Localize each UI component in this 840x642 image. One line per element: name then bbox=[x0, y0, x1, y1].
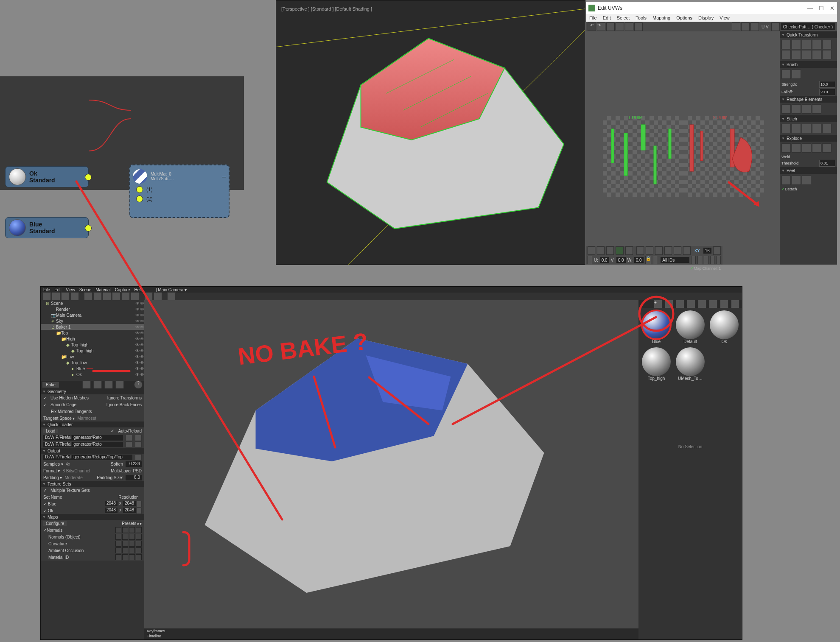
material-node-blue[interactable]: BlueStandard bbox=[5, 217, 89, 238]
menu-scene[interactable]: Scene bbox=[79, 288, 91, 292]
explode-icon[interactable] bbox=[822, 143, 832, 153]
map-ambient-occlusion[interactable]: Ambient Occlusion bbox=[41, 547, 144, 554]
toolbar-button[interactable] bbox=[634, 22, 643, 31]
toolbar-button[interactable] bbox=[154, 292, 162, 301]
reload-icon[interactable] bbox=[126, 441, 132, 448]
material-thumb-ok[interactable]: Ok bbox=[709, 310, 739, 344]
refresh-icon[interactable] bbox=[698, 300, 706, 308]
toolbar-button[interactable] bbox=[70, 292, 79, 301]
toolbar-button[interactable] bbox=[732, 22, 740, 31]
toolbar-button[interactable] bbox=[683, 246, 691, 255]
checker-dropdown[interactable]: CheckerPatt… ( Checker ) bbox=[781, 23, 835, 30]
toolbar-button[interactable] bbox=[121, 292, 130, 301]
presets-dropdown[interactable]: Presets ▸▾ bbox=[122, 521, 142, 526]
toolbar-button[interactable] bbox=[616, 22, 624, 31]
explode-icon[interactable] bbox=[781, 143, 791, 153]
toolbar-button[interactable] bbox=[713, 246, 721, 255]
toolbar-button[interactable] bbox=[716, 256, 721, 264]
samples-dropdown[interactable]: Samples ▾ bbox=[43, 462, 63, 466]
section-brush[interactable]: Brush bbox=[780, 61, 837, 68]
bake-button[interactable]: Bake bbox=[42, 382, 59, 388]
scene-item-top[interactable]: 📁Top👁👁 bbox=[41, 330, 144, 336]
toolbar-button[interactable] bbox=[93, 292, 102, 301]
scene-item-render[interactable]: Render👁👁 bbox=[41, 306, 144, 312]
subobj-vertex-icon[interactable] bbox=[588, 246, 595, 255]
marmoset-viewport[interactable]: Keyframes Timeline bbox=[144, 300, 638, 639]
redo-icon[interactable]: ↷ bbox=[597, 22, 605, 31]
toolbar-button[interactable] bbox=[625, 246, 633, 255]
strength-field[interactable] bbox=[819, 81, 835, 88]
menu-mapping[interactable]: Mapping bbox=[652, 15, 670, 20]
path-field[interactable]: D:/WIP/Firefall generator/Reto bbox=[43, 435, 123, 441]
path-field[interactable]: D:/WIP/Firefall generator/Reto bbox=[43, 442, 123, 447]
menu-edit[interactable]: Edit bbox=[54, 288, 62, 292]
threshold-field[interactable] bbox=[819, 160, 835, 167]
toolbar-button[interactable] bbox=[731, 300, 739, 308]
zoom-icon[interactable] bbox=[697, 256, 702, 264]
tangent-space-dropdown[interactable]: Tangent Space ▾ bbox=[43, 416, 75, 421]
menu-view[interactable]: View bbox=[720, 15, 730, 20]
align-icon[interactable] bbox=[812, 40, 821, 49]
section-maps[interactable]: Maps bbox=[41, 514, 144, 520]
align-icon[interactable] bbox=[781, 40, 791, 49]
menu-display[interactable]: Display bbox=[698, 15, 714, 20]
flip-icon[interactable] bbox=[802, 50, 811, 59]
close-button[interactable]: ✕ bbox=[830, 5, 834, 11]
toolbar-button[interactable] bbox=[709, 300, 717, 308]
map-normals[interactable]: ✓ Normals bbox=[41, 527, 144, 533]
freeform-mode-icon[interactable] bbox=[771, 22, 780, 31]
multimat-slot-1[interactable]: (1) bbox=[133, 185, 226, 194]
align-icon[interactable] bbox=[802, 40, 811, 49]
browse-icon[interactable] bbox=[135, 454, 142, 461]
scene-tree[interactable]: ⊟Scene👁👁 Render👁👁📷Main Camera👁👁☀Sky👁👁🗋Ba… bbox=[41, 300, 144, 377]
window-titlebar[interactable]: Edit UVWs — ☐ ✕ bbox=[586, 2, 837, 14]
toolbar-button[interactable] bbox=[115, 380, 124, 389]
scene-item-scene[interactable]: ⊟Scene👁👁 bbox=[41, 300, 144, 306]
toolbar-button[interactable] bbox=[674, 246, 681, 255]
menu-file[interactable]: File bbox=[43, 288, 50, 292]
material-thumb-umesh_to-[interactable]: UMesh_To… bbox=[675, 347, 706, 381]
padding-size-field[interactable]: 8.0 bbox=[126, 475, 142, 480]
section-quick-loader[interactable]: Quick Loader bbox=[41, 421, 144, 427]
node-output-port[interactable] bbox=[85, 225, 92, 232]
section-explode[interactable]: Explode bbox=[780, 135, 837, 142]
peel-icon[interactable] bbox=[781, 176, 791, 185]
scene-item-top_high[interactable]: ◆Top_high👁👁 bbox=[41, 342, 144, 348]
explode-icon[interactable] bbox=[792, 143, 801, 153]
reshape-icon[interactable] bbox=[792, 104, 801, 114]
toolbar-button[interactable] bbox=[82, 380, 91, 389]
3dsmax-viewport[interactable]: [Perspective ] [Standard ] [Default Shad… bbox=[276, 0, 585, 265]
scene-item-high[interactable]: 📁High👁👁 bbox=[41, 336, 144, 342]
reload-icon[interactable] bbox=[126, 435, 132, 441]
toolbar-button[interactable] bbox=[84, 292, 92, 301]
menu-options[interactable]: Options bbox=[676, 15, 692, 20]
ignore-transforms-checkbox[interactable]: Ignore Transforms bbox=[107, 396, 142, 400]
zoom-extents-icon[interactable] bbox=[691, 256, 696, 264]
rotate-icon[interactable] bbox=[792, 50, 801, 59]
toolbar-button[interactable] bbox=[653, 256, 658, 264]
scene-item-top_high[interactable]: ◆Top_high👁👁 bbox=[41, 348, 144, 354]
scene-item-low[interactable]: 📁Low👁👁 bbox=[41, 354, 144, 360]
u-field[interactable]: 0.0 bbox=[600, 257, 609, 263]
pick-icon[interactable] bbox=[588, 256, 592, 264]
align-icon[interactable] bbox=[792, 40, 801, 49]
toolbar-button[interactable] bbox=[750, 22, 759, 31]
use-hidden-checkbox[interactable] bbox=[43, 396, 48, 400]
peel-icon[interactable] bbox=[802, 176, 811, 185]
scene-item-sky[interactable]: ☀Sky👁👁 bbox=[41, 318, 144, 324]
save-icon[interactable] bbox=[687, 300, 695, 308]
toolbar-button[interactable] bbox=[606, 22, 615, 31]
toolbar-button[interactable] bbox=[636, 246, 644, 255]
add-icon[interactable]: + bbox=[654, 300, 662, 308]
undo-icon[interactable]: ↶ bbox=[588, 22, 596, 31]
padding-dropdown[interactable]: Padding ▾ bbox=[43, 475, 62, 480]
material-thumb-top_high[interactable]: Top_high bbox=[641, 347, 672, 381]
explode-icon[interactable] bbox=[812, 143, 821, 153]
paint-icon[interactable] bbox=[781, 70, 791, 79]
w-field[interactable]: 0.0 bbox=[634, 257, 644, 263]
fit-icon[interactable] bbox=[822, 50, 832, 59]
map-normals-object-[interactable]: Normals (Object) bbox=[41, 533, 144, 540]
scene-item-main-camera[interactable]: 📷Main Camera👁👁 bbox=[41, 312, 144, 318]
configure-button[interactable]: Configure bbox=[43, 521, 67, 526]
v-field[interactable]: 0.0 bbox=[616, 257, 626, 263]
